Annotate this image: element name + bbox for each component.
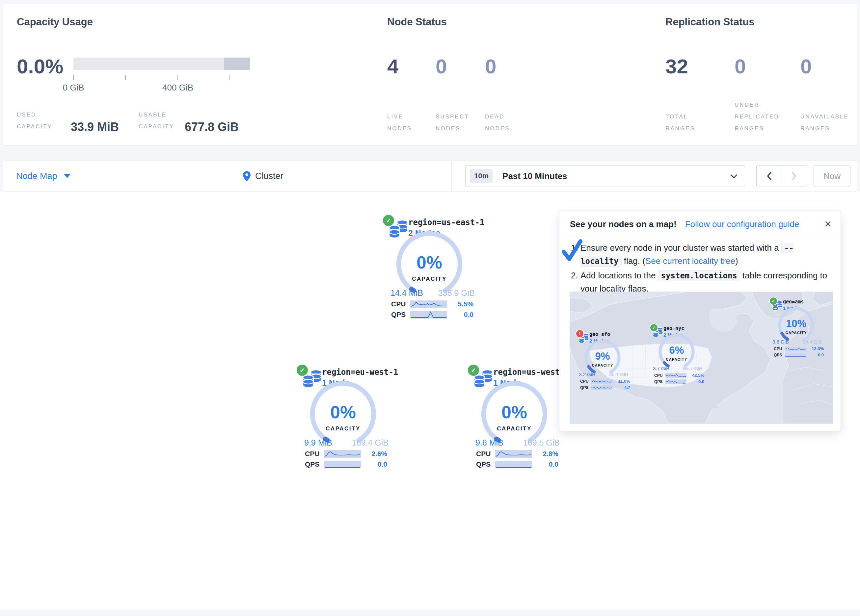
cpu-sparkline	[665, 373, 686, 378]
qps-row: QPS 4.7	[580, 385, 630, 390]
cpu-value: 42.5%	[686, 373, 704, 378]
capacity-bar-used-segment	[224, 58, 250, 70]
cpu-label: CPU	[476, 450, 495, 458]
qps-label: QPS	[305, 460, 324, 468]
chevron-right-icon	[791, 172, 797, 180]
status-ok-badge: ✓	[382, 214, 395, 227]
close-icon[interactable]: ×	[824, 218, 831, 230]
locality-card-geo-sfo[interactable]: 1 geo=sfo 2 Nodes 9% CAPACITY 3.2 GiB 35…	[576, 329, 631, 395]
now-button-label: Now	[824, 171, 841, 181]
used-value: 9.9 MiB	[304, 438, 332, 448]
time-nav-buttons	[756, 165, 807, 187]
used-capacity-value: 33.9 MiB	[71, 120, 119, 134]
dead-node-badge: 1	[576, 329, 584, 338]
qps-sparkline	[665, 379, 686, 384]
gauge-capacity-label: CAPACITY	[396, 276, 462, 282]
qps-value: 0.0	[361, 460, 387, 468]
popup-header: See your nodes on a map! Follow our conf…	[559, 211, 841, 236]
map-pin-icon	[243, 171, 251, 181]
gauge-capacity-label: CAPACITY	[656, 357, 697, 361]
total-value: 338.9 GiB	[438, 288, 475, 298]
cpu-sparkline	[591, 379, 612, 384]
gauge-capacity-label: CAPACITY	[582, 363, 623, 367]
locality-breadcrumb[interactable]: Cluster	[243, 161, 284, 191]
locality-card-geo-ams[interactable]: ✓ geo=ams 1 Node 10% CAPACITY 3.6 GiB 34…	[769, 297, 825, 363]
locality-card-geo-nyc[interactable]: ✓ geo=nyc 2 Nodes 6% CAPACITY 3.7 GiB 65…	[650, 323, 706, 389]
total-value: 169.5 GiB	[523, 438, 560, 448]
capacity-values: 9.9 MiB 169.4 GiB	[304, 438, 389, 448]
cpu-label: CPU	[654, 373, 665, 378]
qps-row: QPS 0.0	[654, 379, 704, 384]
qps-sparkline	[410, 311, 447, 318]
total-ranges-label: TOTALRANGES	[665, 111, 695, 135]
cpu-row: CPU 42.5%	[654, 373, 704, 378]
axis-tick-label: 0 GiB	[63, 83, 84, 93]
under-replicated-count: 0	[734, 56, 746, 77]
cpu-row: CPU 2.6%	[305, 450, 387, 458]
time-next-button[interactable]	[782, 166, 807, 187]
cluster-summary-panel: Capacity Usage 0.0% 0 GiB 400 GiB USED C…	[3, 4, 857, 146]
qps-label: QPS	[580, 385, 591, 390]
gauge-capacity-label: CAPACITY	[481, 425, 547, 432]
cpu-label: CPU	[580, 379, 591, 384]
total-value: 169.4 GiB	[352, 438, 389, 448]
region-card-us-east-1[interactable]: ✓ region=us-east-1 2 Nodes 0% CAPACITY 1…	[382, 214, 477, 323]
view-selector-dropdown[interactable]: Node Map	[16, 161, 71, 191]
cpu-sparkline	[410, 301, 447, 308]
suspect-nodes-label: SUSPECTNODES	[436, 111, 469, 135]
used-value: 9.6 MiB	[476, 438, 504, 448]
qps-value: 4.7	[612, 385, 630, 390]
capacity-values: 14.4 MiB 338.9 GiB	[391, 288, 475, 298]
total-value: 35.1 GiB	[609, 371, 628, 377]
region-name: region=us-east-1	[408, 218, 484, 227]
now-button[interactable]: Now	[814, 165, 851, 187]
time-range-label: Past 10 Minutes	[502, 171, 567, 181]
time-range-badge: 10m	[470, 169, 493, 183]
qps-row: QPS 0.0	[476, 460, 559, 468]
time-range-dropdown[interactable]: 10m Past 10 Minutes	[465, 165, 745, 187]
dead-nodes-count: 0	[485, 56, 496, 77]
capacity-percent: 0.0%	[17, 56, 63, 77]
qps-label: QPS	[476, 460, 495, 468]
region-card-eu-west-1[interactable]: ✓ region=eu-west-1 1 Node 0% CAPACITY 9.…	[296, 364, 391, 472]
popup-title: See your nodes on a map!	[570, 219, 676, 229]
system-locations-code: system.locations	[658, 271, 740, 281]
cpu-value: 12.3%	[806, 346, 824, 351]
time-prev-button[interactable]	[756, 166, 782, 187]
unavailable-label: UNAVAILABLERANGES	[800, 111, 849, 135]
qps-label: QPS	[391, 310, 410, 318]
axis-tick	[229, 75, 230, 80]
locality-tree-link[interactable]: See current locality tree	[645, 256, 735, 266]
view-toolbar: Node Map Cluster 10m Past 10 Minutes Now	[3, 161, 857, 191]
total-value: 65.7 GiB	[683, 365, 702, 371]
cpu-value: 2.8%	[532, 450, 559, 458]
setup-step-1: Ensure every node in your cluster was st…	[581, 241, 831, 268]
live-nodes-label: LIVENODES	[387, 111, 412, 135]
cpu-row: CPU 11.0%	[580, 379, 630, 384]
capacity-usage-title: Capacity Usage	[17, 16, 93, 28]
locality-name: geo=nyc	[664, 326, 684, 331]
node-status-title: Node Status	[387, 16, 447, 28]
capacity-values: 3.6 GiB 34.4 GiB	[772, 339, 822, 345]
cpu-label: CPU	[391, 300, 410, 308]
cpu-sparkline	[785, 346, 806, 351]
gauge-percent: 6%	[656, 345, 697, 356]
qps-sparkline	[495, 461, 532, 468]
dead-nodes-label: DEADNODES	[485, 111, 510, 135]
qps-value: 0.0	[806, 353, 824, 357]
axis-tick-label: 400 GiB	[162, 83, 193, 93]
replication-status-title: Replication Status	[665, 16, 754, 28]
breadcrumb-label: Cluster	[255, 171, 284, 181]
cpu-row: CPU 2.8%	[476, 450, 559, 458]
qps-value: 0.0	[532, 460, 559, 468]
capacity-bar	[74, 58, 250, 70]
qps-value: 0.0	[686, 379, 704, 384]
configuration-guide-link[interactable]: Follow our configuration guide	[685, 219, 799, 229]
used-value: 14.4 MiB	[391, 288, 423, 298]
region-card-us-west-1[interactable]: ✓ region=us-west-1 1 Node 0% CAPACITY 9.…	[467, 364, 562, 472]
chevron-down-icon	[64, 174, 71, 178]
step-complete-check-icon	[561, 239, 583, 262]
chevron-left-icon	[766, 172, 772, 180]
status-ok-badge: ✓	[650, 323, 658, 332]
node-map-page: Capacity Usage 0.0% 0 GiB 400 GiB USED C…	[0, 0, 860, 616]
